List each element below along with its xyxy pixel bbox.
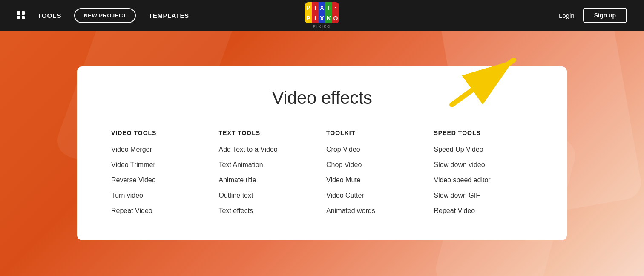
add-text-link[interactable]: Add Text to a Video: [219, 146, 278, 153]
turn-video-link[interactable]: Turn video: [111, 192, 143, 199]
list-item: Animated words: [326, 207, 426, 215]
navbar-left: TOOLS NEW PROJECT TEMPLATES: [17, 8, 189, 23]
signup-button[interactable]: Sign up: [583, 8, 627, 23]
video-cutter-link[interactable]: Video Cutter: [326, 192, 364, 199]
list-item: Chop Video: [326, 161, 426, 169]
chop-video-link[interactable]: Chop Video: [326, 161, 362, 168]
logo-cell-x1: X: [319, 2, 325, 13]
logo-container: P I X I · P I X K O PIXIKO: [305, 2, 339, 29]
page-title: Video effects: [111, 88, 533, 108]
logo-cell-i2: I: [325, 2, 332, 13]
content-area: Video effects VIDEO TOOLS Video Merger V…: [0, 31, 644, 276]
reverse-video-link[interactable]: Reverse Video: [111, 176, 156, 184]
navbar: TOOLS NEW PROJECT TEMPLATES P I X I · P …: [0, 0, 644, 31]
list-item: Speed Up Video: [434, 146, 533, 153]
list-item: Animate title: [219, 176, 318, 184]
slow-down-video-link[interactable]: Slow down video: [434, 161, 485, 168]
logo-cell-x2: X: [319, 13, 325, 23]
list-item: Text effects: [219, 207, 318, 215]
list-item: Video Merger: [111, 146, 210, 153]
video-speed-editor-link[interactable]: Video speed editor: [434, 176, 491, 184]
list-item: Video Mute: [326, 176, 426, 184]
video-tools-links: Video Merger Video Trimmer Reverse Video…: [111, 146, 210, 215]
list-item: Video Cutter: [326, 192, 426, 199]
white-card: Video effects VIDEO TOOLS Video Merger V…: [77, 66, 567, 240]
list-item: Text Animation: [219, 161, 318, 169]
list-item: Video speed editor: [434, 176, 533, 184]
templates-label[interactable]: TEMPLATES: [149, 12, 189, 19]
toolkit-links: Crop Video Chop Video Video Mute Video C…: [326, 146, 426, 215]
repeat-video-speed-link[interactable]: Repeat Video: [434, 207, 475, 214]
logo-cell-i3: I: [312, 13, 319, 23]
text-tools-header: TEXT TOOLS: [219, 129, 318, 136]
toolkit-header: TOOLKIT: [326, 129, 426, 136]
logo-cell-i1: I: [312, 2, 319, 13]
main-wrapper: TOOLS NEW PROJECT TEMPLATES P I X I · P …: [0, 0, 644, 276]
list-item: Outline text: [219, 192, 318, 199]
speed-tools-links: Speed Up Video Slow down video Video spe…: [434, 146, 533, 215]
list-item: Turn video: [111, 192, 210, 199]
crop-video-link[interactable]: Crop Video: [326, 146, 360, 153]
text-effects-link[interactable]: Text effects: [219, 207, 253, 214]
video-mute-link[interactable]: Video Mute: [326, 176, 361, 184]
list-item: Add Text to a Video: [219, 146, 318, 153]
logo-grid: P I X I · P I X K O: [305, 2, 339, 23]
login-label[interactable]: Login: [559, 12, 575, 19]
list-item: Slow down video: [434, 161, 533, 169]
animate-title-link[interactable]: Animate title: [219, 176, 256, 184]
video-merger-link[interactable]: Video Merger: [111, 146, 152, 153]
text-tools-links: Add Text to a Video Text Animation Anima…: [219, 146, 318, 215]
text-animation-link[interactable]: Text Animation: [219, 161, 263, 168]
logo-cell-p1: P: [305, 2, 312, 13]
column-speed-tools: SPEED TOOLS Speed Up Video Slow down vid…: [434, 129, 533, 215]
logo-cell-dot: ·: [332, 2, 339, 13]
list-item: Reverse Video: [111, 176, 210, 184]
logo-cell-o: O: [332, 13, 339, 23]
logo-cell-p2: P: [305, 13, 312, 23]
list-item: Slow down GIF: [434, 192, 533, 199]
logo-cell-k: K: [325, 13, 332, 23]
logo-subtitle: PIXIKO: [313, 24, 331, 29]
repeat-video-link[interactable]: Repeat Video: [111, 207, 152, 214]
video-tools-header: VIDEO TOOLS: [111, 129, 210, 136]
speed-tools-header: SPEED TOOLS: [434, 129, 533, 136]
video-trimmer-link[interactable]: Video Trimmer: [111, 161, 155, 168]
logo[interactable]: P I X I · P I X K O PIXIKO: [305, 2, 339, 29]
navbar-right: Login Sign up: [559, 8, 627, 23]
tools-label: TOOLS: [37, 12, 61, 19]
column-toolkit: TOOLKIT Crop Video Chop Video Video Mute…: [326, 129, 426, 215]
column-video-tools: VIDEO TOOLS Video Merger Video Trimmer R…: [111, 129, 210, 215]
slow-down-gif-link[interactable]: Slow down GIF: [434, 192, 480, 199]
speed-up-video-link[interactable]: Speed Up Video: [434, 146, 483, 153]
list-item: Video Trimmer: [111, 161, 210, 169]
list-item: Crop Video: [326, 146, 426, 153]
grid-icon: [17, 12, 25, 19]
animated-words-link[interactable]: Animated words: [326, 207, 375, 214]
list-item: Repeat Video: [434, 207, 533, 215]
new-project-button[interactable]: NEW PROJECT: [74, 8, 136, 23]
columns-grid: VIDEO TOOLS Video Merger Video Trimmer R…: [111, 129, 533, 215]
column-text-tools: TEXT TOOLS Add Text to a Video Text Anim…: [219, 129, 318, 215]
outline-text-link[interactable]: Outline text: [219, 192, 253, 199]
list-item: Repeat Video: [111, 207, 210, 215]
